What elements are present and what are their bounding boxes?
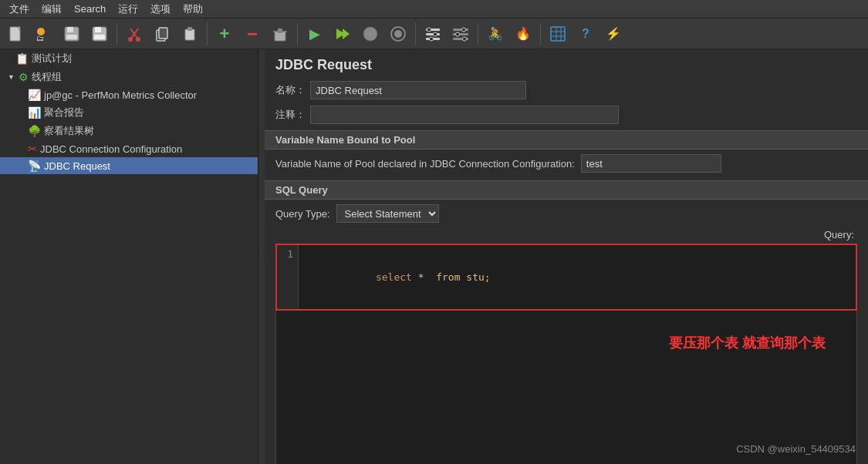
- toolbar-sep-4: [415, 23, 416, 45]
- settings2-button[interactable]: [448, 21, 474, 47]
- sidebar-item-jdbc-request[interactable]: 📡 JDBC Request: [0, 157, 258, 174]
- name-label: 名称：: [275, 83, 306, 97]
- svg-point-28: [427, 28, 431, 32]
- menu-edit[interactable]: 编辑: [35, 1, 68, 18]
- jdbc-request-label: JDBC Request: [44, 160, 110, 172]
- svg-rect-8: [94, 35, 105, 39]
- svg-point-24: [394, 30, 402, 38]
- clear-button[interactable]: [267, 21, 293, 47]
- toolbar: 🗂 +: [0, 18, 868, 49]
- query-type-select[interactable]: Select Statement: [336, 204, 439, 223]
- settings1-button[interactable]: [420, 21, 446, 47]
- broom-button[interactable]: 🔥: [510, 21, 536, 47]
- svg-rect-4: [67, 27, 73, 32]
- sidebar-item-test-plan[interactable]: 📋 测试计划: [0, 49, 258, 68]
- main-layout: 📋 测试计划 ▼ ⚙ 线程组 📈 jp@gc - PerfMon Metrics…: [0, 49, 868, 464]
- svg-point-34: [462, 28, 466, 32]
- jdbc-connection-label: JDBC Connection Configuration: [40, 143, 182, 155]
- thread-group-label: 线程组: [32, 70, 62, 84]
- comment-label: 注释：: [275, 108, 306, 122]
- more-button[interactable]: ⚡: [600, 21, 627, 47]
- start-button[interactable]: ▶: [302, 21, 328, 47]
- aggregate-label: 聚合报告: [44, 106, 84, 119]
- save-button[interactable]: [86, 21, 113, 47]
- toolbar-sep-3: [297, 23, 298, 45]
- query-editor: 1 select * from stu;: [275, 244, 857, 311]
- query-header-label: Query:: [824, 227, 854, 242]
- svg-point-36: [463, 37, 467, 41]
- svg-point-22: [363, 27, 377, 41]
- svg-rect-7: [95, 27, 101, 32]
- menu-file[interactable]: 文件: [3, 1, 35, 18]
- sql-query-section-header: SQL Query: [265, 180, 868, 200]
- monitor-button[interactable]: 🚴: [482, 21, 508, 47]
- sidebar: 📋 测试计划 ▼ ⚙ 线程组 📈 jp@gc - PerfMon Metrics…: [0, 49, 258, 464]
- query-type-label: Query Type:: [275, 208, 330, 220]
- sidebar-item-view-results[interactable]: 🌳 察看结果树: [0, 122, 258, 140]
- svg-rect-5: [66, 35, 77, 39]
- query-type-row: Query Type: Select Statement: [265, 200, 868, 227]
- cut-button[interactable]: [121, 21, 147, 47]
- query-lower-area: 要压那个表 就查询那个表: [275, 311, 857, 464]
- stop2-button[interactable]: [385, 21, 411, 47]
- toolbar-sep-6: [540, 23, 541, 45]
- test-plan-label: 测试计划: [32, 52, 72, 66]
- svg-point-11: [128, 37, 133, 42]
- toolbar-sep-5: [478, 23, 478, 45]
- add-button[interactable]: +: [211, 21, 238, 47]
- name-row: 名称：: [265, 78, 868, 103]
- menu-search[interactable]: Search: [68, 2, 112, 16]
- comment-input[interactable]: [310, 106, 619, 124]
- toolbar-sep-2: [207, 23, 208, 45]
- menu-run[interactable]: 运行: [112, 1, 144, 18]
- svg-point-12: [136, 37, 140, 42]
- menu-help[interactable]: 帮助: [177, 1, 209, 18]
- start-no-pause-button[interactable]: [329, 21, 356, 47]
- help-button[interactable]: ?: [572, 21, 599, 47]
- sidebar-item-aggregate[interactable]: 📊 聚合报告: [0, 103, 258, 122]
- pool-label: Variable Name of Pool declared in JDBC C…: [275, 158, 575, 170]
- svg-point-30: [430, 37, 434, 41]
- svg-marker-21: [343, 29, 350, 39]
- menubar: 文件 编辑 Search 运行 选项 帮助: [0, 0, 868, 18]
- perfmon-label: jp@gc - PerfMon Metrics Collector: [44, 89, 197, 101]
- query-text-area[interactable]: select * from stu;: [299, 245, 856, 309]
- jdbc-request-icon: 📡: [28, 160, 41, 172]
- toolbar-sep-1: [117, 23, 117, 45]
- pool-value-input[interactable]: [581, 154, 721, 173]
- jdbc-connection-icon: ✂: [28, 143, 37, 155]
- annotation-text: 要压那个表 就查询那个表: [669, 334, 826, 352]
- line-numbers: 1: [277, 245, 299, 309]
- paste-button[interactable]: [177, 21, 203, 47]
- view-results-label: 察看结果树: [44, 124, 94, 138]
- svg-rect-19: [278, 29, 282, 32]
- remove-button[interactable]: −: [239, 21, 265, 47]
- table-button[interactable]: [545, 21, 571, 47]
- svg-rect-14: [159, 28, 167, 39]
- open-button[interactable]: 🗂: [31, 21, 57, 47]
- name-input[interactable]: [310, 81, 526, 99]
- menu-options[interactable]: 选项: [144, 1, 177, 18]
- perfmon-icon: 📈: [28, 89, 41, 101]
- svg-rect-15: [185, 29, 194, 40]
- save-template-button[interactable]: [59, 21, 85, 47]
- query-code: select * from stu;: [303, 271, 491, 294]
- stop-button[interactable]: [357, 21, 383, 47]
- svg-text:🗂: 🗂: [36, 34, 44, 42]
- aggregate-icon: 📊: [28, 106, 41, 119]
- new-button[interactable]: [3, 21, 29, 47]
- svg-rect-16: [187, 27, 192, 31]
- variable-name-section-header: Variable Name Bound to Pool: [265, 130, 868, 150]
- svg-rect-17: [275, 32, 285, 41]
- content-panel: JDBC Request 名称： 注释： Variable Name Bound…: [265, 49, 868, 464]
- watermark: CSDN @weixin_54409534: [736, 443, 856, 455]
- sidebar-item-perfmon[interactable]: 📈 jp@gc - PerfMon Metrics Collector: [0, 86, 258, 103]
- copy-button[interactable]: [149, 21, 175, 47]
- sidebar-item-jdbc-connection[interactable]: ✂ JDBC Connection Configuration: [0, 140, 258, 157]
- kw-select: select: [376, 271, 412, 283]
- sidebar-item-thread-group[interactable]: ▼ ⚙ 线程组: [0, 68, 258, 86]
- test-plan-icon: 📋: [15, 52, 29, 65]
- svg-point-35: [456, 32, 460, 36]
- query-rest: * from stu;: [412, 271, 491, 283]
- sidebar-collapse-handle[interactable]: ···: [258, 49, 265, 464]
